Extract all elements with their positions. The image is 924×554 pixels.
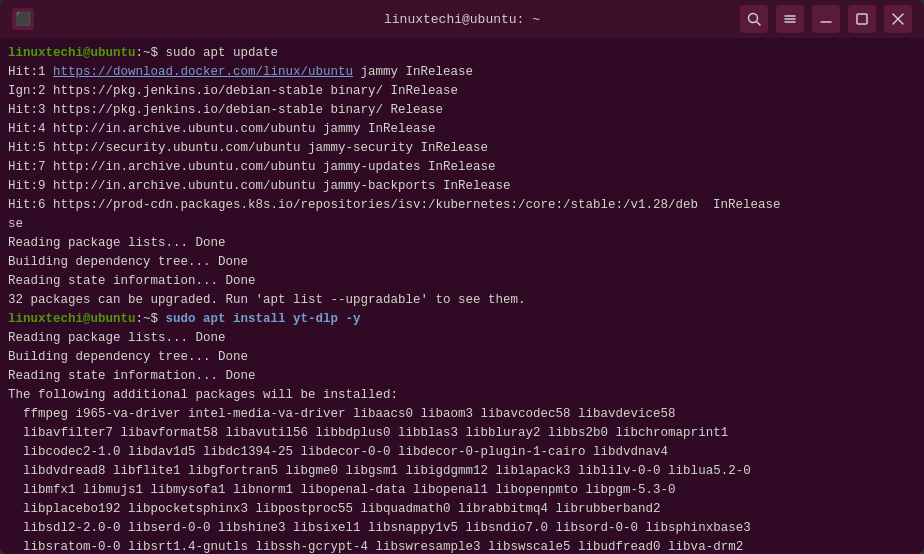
terminal-line: Hit:6 https://prod-cdn.packages.k8s.io/r…	[8, 196, 916, 215]
terminal-line: Reading state information... Done	[8, 367, 916, 386]
maximize-button[interactable]	[848, 5, 876, 33]
terminal-line: libplacebo192 libpocketsphinx3 libpostpr…	[8, 500, 916, 519]
terminal-icon: ⬛	[12, 8, 34, 30]
command-text: sudo apt install yt-dlp -y	[166, 312, 361, 326]
prompt: linuxtechi@ubuntu	[8, 46, 136, 60]
terminal-window: ⬛ linuxtechi@ubuntu: ~	[0, 0, 924, 554]
terminal-line: 32 packages can be upgraded. Run 'apt li…	[8, 291, 916, 310]
minimize-button[interactable]	[812, 5, 840, 33]
titlebar: ⬛ linuxtechi@ubuntu: ~	[0, 0, 924, 38]
menu-button[interactable]	[776, 5, 804, 33]
terminal-line: Hit:4 http://in.archive.ubuntu.com/ubunt…	[8, 120, 916, 139]
svg-rect-6	[857, 14, 867, 24]
terminal-line: linuxtechi@ubuntu:~$ sudo apt update	[8, 44, 916, 63]
terminal-line: libsratom-0-0 libsrt1.4-gnutls libssh-gc…	[8, 538, 916, 554]
terminal-line: Hit:5 http://security.ubuntu.com/ubuntu …	[8, 139, 916, 158]
cmd-separator: :~$	[136, 46, 166, 60]
terminal-line: Building dependency tree... Done	[8, 253, 916, 272]
terminal-line: libsdl2-2.0-0 libserd-0-0 libshine3 libs…	[8, 519, 916, 538]
terminal-line: linuxtechi@ubuntu:~$ sudo apt install yt…	[8, 310, 916, 329]
terminal-line: libmfx1 libmujs1 libmysofa1 libnorm1 lib…	[8, 481, 916, 500]
terminal-line: se	[8, 215, 916, 234]
terminal-line: The following additional packages will b…	[8, 386, 916, 405]
window-title: linuxtechi@ubuntu: ~	[384, 12, 540, 27]
terminal-line: Reading package lists... Done	[8, 234, 916, 253]
terminal-line: Reading package lists... Done	[8, 329, 916, 348]
terminal-line: Hit:1 https://download.docker.com/linux/…	[8, 63, 916, 82]
terminal-line: Ign:2 https://pkg.jenkins.io/debian-stab…	[8, 82, 916, 101]
terminal-output: linuxtechi@ubuntu:~$ sudo apt update Hit…	[0, 38, 924, 554]
search-button[interactable]	[740, 5, 768, 33]
terminal-line: Reading state information... Done	[8, 272, 916, 291]
window-controls	[740, 5, 912, 33]
cmd-separator: :~$	[136, 312, 166, 326]
titlebar-left: ⬛	[12, 8, 34, 30]
terminal-line: Hit:3 https://pkg.jenkins.io/debian-stab…	[8, 101, 916, 120]
close-button[interactable]	[884, 5, 912, 33]
terminal-line: Hit:9 http://in.archive.ubuntu.com/ubunt…	[8, 177, 916, 196]
terminal-line: libavfilter7 libavformat58 libavutil56 l…	[8, 424, 916, 443]
terminal-line: Building dependency tree... Done	[8, 348, 916, 367]
prompt: linuxtechi@ubuntu	[8, 312, 136, 326]
terminal-line: Hit:7 http://in.archive.ubuntu.com/ubunt…	[8, 158, 916, 177]
command-text: sudo apt update	[166, 46, 279, 60]
terminal-line: libcodec2-1.0 libdav1d5 libdc1394-25 lib…	[8, 443, 916, 462]
svg-line-1	[757, 22, 761, 26]
terminal-line: ffmpeg i965-va-driver intel-media-va-dri…	[8, 405, 916, 424]
terminal-line: libdvdread8 libflite1 libgfortran5 libgm…	[8, 462, 916, 481]
